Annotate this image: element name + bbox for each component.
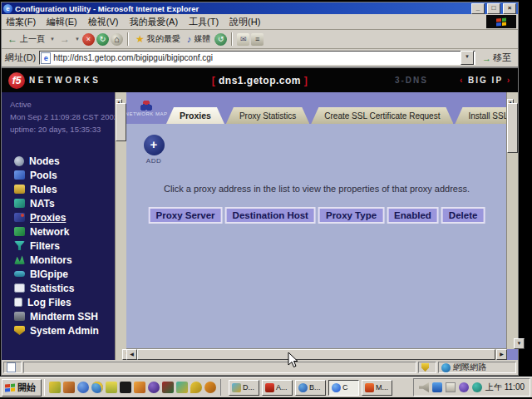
nats-icon bbox=[14, 199, 25, 208]
add-proxy-button[interactable]: + ADD bbox=[141, 135, 166, 165]
sidebar-item-bigpipe[interactable]: BIGpipe bbox=[2, 267, 126, 281]
brand-right: 3-DNS BIG IP bbox=[395, 76, 511, 85]
tab-proxies[interactable]: Proxies bbox=[166, 107, 224, 124]
scroll-down-icon[interactable]: ▼ bbox=[514, 338, 525, 349]
column-delete: Delete bbox=[441, 207, 485, 224]
menu-tools[interactable]: 工具(T) bbox=[189, 16, 219, 28]
window-title: Configuration Utility - Microsoft Intern… bbox=[15, 4, 469, 13]
minimize-button[interactable]: _ bbox=[471, 3, 485, 14]
tab-strip: NETWORK MAP Proxies Proxy Statistics Cre… bbox=[126, 92, 507, 124]
favorites-icon: ★ bbox=[135, 33, 145, 45]
main-scroll-thumb[interactable] bbox=[507, 103, 518, 153]
close-button[interactable]: × bbox=[503, 3, 516, 14]
media-button[interactable]: ♪ 媒體 bbox=[185, 32, 214, 46]
sidebar-item-label: Nodes bbox=[29, 155, 60, 167]
task-button-4-active[interactable]: C bbox=[328, 380, 359, 396]
dns-label: 3-DNS bbox=[395, 76, 428, 85]
scroll-right-icon[interactable]: ▶ bbox=[496, 349, 507, 360]
column-destination-host: Destination Host bbox=[225, 207, 316, 224]
history-button[interactable]: ↺ bbox=[214, 33, 227, 46]
sidebar-item-monitors[interactable]: Monitors bbox=[2, 253, 126, 267]
sidebar-item-pools[interactable]: Pools bbox=[2, 168, 126, 182]
taskbar-clock[interactable]: 上午 11:00 bbox=[485, 382, 525, 393]
monitors-icon bbox=[14, 255, 25, 264]
sidebar-item-label: Monitors bbox=[30, 254, 72, 266]
sidebar-item-proxies[interactable]: Proxies bbox=[2, 210, 126, 224]
task-button-label: D... bbox=[243, 383, 254, 392]
messenger-icon[interactable] bbox=[432, 382, 442, 392]
plus-icon[interactable]: + bbox=[144, 135, 165, 155]
volume-icon[interactable] bbox=[419, 382, 429, 392]
quicklaunch-icon-11[interactable] bbox=[190, 382, 202, 393]
task-button-label: B... bbox=[309, 383, 321, 392]
sidebar-item-log-files[interactable]: Log Files bbox=[2, 295, 126, 309]
sidebar-item-rules[interactable]: Rules bbox=[2, 182, 126, 196]
mail-button[interactable]: ✉ bbox=[237, 33, 249, 46]
start-button[interactable]: 開始 bbox=[2, 379, 42, 397]
quicklaunch-icon-5[interactable] bbox=[106, 382, 117, 393]
sidebar-scrollbar[interactable]: ▲ ▼ bbox=[115, 92, 126, 360]
quicklaunch-icon-12[interactable] bbox=[204, 382, 216, 393]
quicklaunch-icon-6[interactable] bbox=[120, 382, 131, 393]
quicklaunch-icon-8[interactable] bbox=[148, 382, 160, 393]
stop-button[interactable]: × bbox=[82, 33, 95, 46]
task-button-1[interactable]: D... bbox=[229, 380, 259, 396]
menu-help[interactable]: 說明(H) bbox=[229, 16, 260, 28]
forward-dropdown[interactable]: ▼ bbox=[74, 37, 81, 42]
globe-icon bbox=[441, 363, 451, 372]
forward-button[interactable]: → bbox=[57, 33, 72, 45]
refresh-button[interactable]: ↻ bbox=[96, 33, 109, 46]
page-icon bbox=[41, 52, 51, 64]
sidebar-item-nodes[interactable]: Nodes bbox=[2, 154, 126, 168]
sidebar-item-statistics[interactable]: Statistics bbox=[2, 281, 126, 295]
quicklaunch-icon-10[interactable] bbox=[176, 382, 188, 393]
tab-create-ssl-certificate-request[interactable]: Create SSL Certificate Request bbox=[311, 107, 453, 124]
go-button[interactable]: → 移至 bbox=[479, 52, 515, 64]
favorites-button[interactable]: ★ 我的最愛 bbox=[133, 32, 183, 46]
status-doc-pane bbox=[3, 362, 22, 373]
network-map-button[interactable]: NETWORK MAP bbox=[126, 92, 166, 124]
quicklaunch-icon-2[interactable] bbox=[63, 382, 75, 393]
brand-header: f5 NETWORKS dns1.getop.com 3-DNS BIG IP bbox=[2, 68, 518, 92]
task-button-2[interactable]: A... bbox=[262, 380, 293, 396]
sidebar-item-system-admin[interactable]: System Admin bbox=[2, 323, 126, 337]
back-button[interactable]: ← 上一頁 bbox=[5, 32, 47, 46]
sidebar-item-filters[interactable]: Filters bbox=[2, 239, 126, 253]
quicklaunch-icon-1[interactable] bbox=[49, 382, 61, 393]
address-input[interactable]: http://dns1.getop.com/bigipgui/bigipconf… bbox=[39, 51, 475, 65]
menu-file[interactable]: 檔案(F) bbox=[6, 16, 36, 28]
task-button-5[interactable]: M... bbox=[362, 380, 392, 396]
tab-install-ssl-certificate[interactable]: Install SSL Certifi bbox=[455, 107, 507, 124]
app-tray-icon[interactable] bbox=[459, 382, 469, 392]
quicklaunch-icon-7[interactable] bbox=[134, 382, 145, 393]
sidebar-scroll-thumb[interactable] bbox=[116, 103, 126, 141]
home-button[interactable]: ⌂ bbox=[111, 33, 123, 46]
main-vertical-scrollbar[interactable]: ▲ ▼ bbox=[506, 92, 518, 349]
main-horizontal-scrollbar[interactable]: ◀ ▶ bbox=[126, 348, 507, 360]
sidebar-item-nats[interactable]: NATs bbox=[2, 196, 126, 210]
quicklaunch-icon-9[interactable] bbox=[162, 382, 174, 393]
address-dropdown[interactable]: ▼ bbox=[461, 51, 474, 65]
antivirus-icon[interactable] bbox=[472, 382, 482, 392]
display-icon[interactable] bbox=[446, 382, 456, 392]
scroll-left-icon[interactable]: ◀ bbox=[126, 349, 137, 360]
tab-proxy-statistics[interactable]: Proxy Statistics bbox=[226, 107, 309, 124]
horizontal-scroll-thumb[interactable] bbox=[137, 349, 495, 360]
taskbar: 開始 D... A... B... C M... bbox=[0, 377, 532, 397]
title-bar[interactable]: e Configuration Utility - Microsoft Inte… bbox=[2, 2, 518, 14]
menu-edit[interactable]: 編輯(E) bbox=[47, 16, 77, 28]
maximize-button[interactable]: □ bbox=[487, 3, 500, 14]
task-button-3[interactable]: B... bbox=[295, 380, 326, 396]
menu-view[interactable]: 檢視(V) bbox=[88, 16, 119, 28]
sidebar-item-mindterm-ssh[interactable]: Mindterm SSH bbox=[2, 309, 126, 323]
bigpipe-icon bbox=[14, 271, 25, 277]
print-button[interactable]: ≡ bbox=[251, 33, 264, 46]
ie-logo-icon: e bbox=[3, 4, 12, 13]
quicklaunch-icon-4[interactable] bbox=[91, 382, 103, 393]
sidebar-item-label: BIGpipe bbox=[30, 268, 68, 280]
quicklaunch-icon-3[interactable] bbox=[77, 382, 89, 393]
menu-favorites[interactable]: 我的最愛(A) bbox=[129, 16, 178, 28]
back-dropdown[interactable]: ▼ bbox=[49, 37, 56, 42]
sidebar-item-network[interactable]: Network bbox=[2, 224, 126, 239]
screen: e Configuration Utility - Microsoft Inte… bbox=[0, 0, 532, 399]
